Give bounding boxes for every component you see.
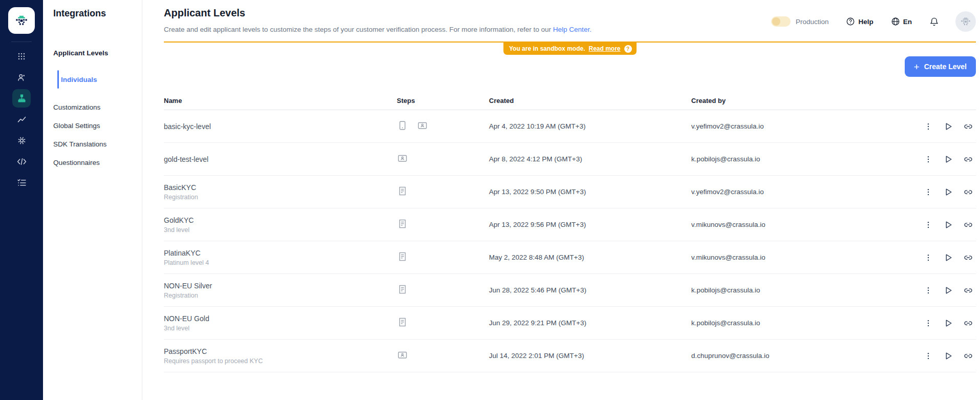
rail-users-icon[interactable] bbox=[12, 68, 31, 87]
level-subtitle: 3nd level bbox=[164, 325, 397, 332]
steps-cell bbox=[397, 284, 489, 297]
kebab-menu-icon[interactable] bbox=[922, 185, 935, 199]
created-by-cell: v.mikunovs@crassula.io bbox=[691, 254, 891, 261]
sidebar-item-sdk-translations[interactable]: SDK Translations bbox=[43, 135, 142, 153]
sidebar-item-global-settings[interactable]: Global Settings bbox=[43, 116, 142, 135]
copy-link-icon[interactable] bbox=[962, 284, 975, 297]
column-header-created-by: Created by bbox=[691, 97, 891, 104]
sidebar-item-individuals[interactable]: Individuals bbox=[43, 68, 142, 91]
copy-link-icon[interactable] bbox=[962, 251, 975, 264]
copy-link-icon[interactable] bbox=[962, 153, 975, 166]
copy-link-icon[interactable] bbox=[962, 317, 975, 330]
level-subtitle: Platinum level 4 bbox=[164, 259, 397, 266]
level-subtitle: Registration bbox=[164, 292, 397, 299]
run-level-icon[interactable] bbox=[942, 120, 955, 133]
level-name: BasicKYC bbox=[164, 183, 397, 192]
topbar: Production Help En bbox=[771, 11, 976, 32]
copy-link-icon[interactable] bbox=[962, 185, 975, 199]
level-name: basic-kyc-level bbox=[164, 122, 397, 131]
level-name-cell: GoldKYC 3nd level bbox=[164, 216, 397, 234]
level-subtitle: Requires passport to proceed KYC bbox=[164, 357, 397, 365]
page-description-text: Create and edit applicant levels to cust… bbox=[164, 26, 553, 33]
table-row: NON-EU Gold 3nd level Jun 29, 2022 9:21 … bbox=[164, 307, 976, 340]
questionnaire-icon bbox=[397, 284, 408, 297]
copy-link-icon[interactable] bbox=[962, 120, 975, 133]
created-cell: Apr 4, 2022 10:19 AM (GMT+3) bbox=[489, 122, 691, 130]
copy-link-icon[interactable] bbox=[962, 349, 975, 363]
level-name-cell: gold-test-level bbox=[164, 155, 397, 163]
run-level-icon[interactable] bbox=[942, 284, 955, 297]
help-label: Help bbox=[858, 18, 873, 26]
level-name: gold-test-level bbox=[164, 155, 397, 163]
sidebar-item-questionnaires[interactable]: Questionnaires bbox=[43, 153, 142, 172]
sidebar-nav-list: Applicant Levels Individuals Customizati… bbox=[43, 44, 142, 172]
toggle-knob bbox=[772, 17, 780, 26]
help-circle-icon[interactable]: ? bbox=[624, 45, 632, 53]
kebab-menu-icon[interactable] bbox=[922, 284, 935, 297]
create-level-label: Create Level bbox=[924, 62, 967, 71]
run-level-icon[interactable] bbox=[942, 153, 955, 166]
kebab-menu-icon[interactable] bbox=[922, 349, 935, 363]
row-actions bbox=[891, 284, 976, 297]
kebab-menu-icon[interactable] bbox=[922, 218, 935, 231]
table-row: gold-test-level Apr 8, 2022 4:12 PM (GMT… bbox=[164, 143, 976, 176]
read-more-link[interactable]: Read more bbox=[589, 45, 621, 52]
table-header-row: Name Steps Created Created by bbox=[164, 91, 976, 110]
steps-cell bbox=[397, 120, 489, 133]
run-level-icon[interactable] bbox=[942, 317, 955, 330]
brand-logo[interactable] bbox=[8, 7, 35, 34]
run-level-icon[interactable] bbox=[942, 251, 955, 264]
column-header-steps: Steps bbox=[397, 97, 489, 104]
integrations-sidebar: Integrations Applicant Levels Individual… bbox=[43, 0, 142, 400]
created-by-cell: v.yefimov2@crassula.io bbox=[691, 188, 891, 196]
rail-hierarchy-icon[interactable] bbox=[12, 89, 31, 108]
level-name-cell: NON-EU Gold 3nd level bbox=[164, 314, 397, 332]
steps-cell bbox=[397, 185, 489, 199]
rail-divider bbox=[11, 41, 32, 42]
rail-code-icon[interactable] bbox=[12, 152, 31, 171]
run-level-icon[interactable] bbox=[942, 218, 955, 231]
avatar[interactable] bbox=[955, 11, 976, 32]
questionnaire-icon bbox=[397, 185, 408, 199]
table-row: basic-kyc-level Apr 4, 2022 10:19 AM (GM… bbox=[164, 110, 976, 143]
steps-cell bbox=[397, 251, 489, 264]
main-content: Production Help En bbox=[142, 0, 980, 400]
robot-logo-icon bbox=[13, 12, 30, 29]
rail-apps-grid-icon[interactable] bbox=[12, 47, 31, 66]
created-cell: Apr 8, 2022 4:12 PM (GMT+3) bbox=[489, 155, 691, 163]
sidebar-item-customizations[interactable]: Customizations bbox=[43, 98, 142, 116]
rail-analytics-icon[interactable] bbox=[12, 110, 31, 129]
table-row: GoldKYC 3nd level Apr 13, 2022 9:56 PM (… bbox=[164, 208, 976, 241]
copy-link-icon[interactable] bbox=[962, 218, 975, 231]
level-name-cell: BasicKYC Registration bbox=[164, 183, 397, 201]
help-center-link[interactable]: Help Center. bbox=[553, 26, 591, 33]
rail-settings-gear-icon[interactable] bbox=[12, 131, 31, 150]
column-header-created: Created bbox=[489, 97, 691, 104]
row-actions bbox=[891, 120, 976, 133]
rail-checklist-icon[interactable] bbox=[12, 173, 31, 192]
created-cell: Apr 13, 2022 9:56 PM (GMT+3) bbox=[489, 221, 691, 228]
run-level-icon[interactable] bbox=[942, 185, 955, 199]
questionnaire-icon bbox=[397, 218, 408, 231]
created-cell: May 2, 2022 8:48 AM (GMT+3) bbox=[489, 254, 691, 261]
kebab-menu-icon[interactable] bbox=[922, 317, 935, 330]
table-row: PlatinaKYC Platinum level 4 May 2, 2022 … bbox=[164, 241, 976, 274]
help-circle-icon bbox=[846, 17, 855, 26]
kebab-menu-icon[interactable] bbox=[922, 251, 935, 264]
questionnaire-icon bbox=[397, 317, 408, 330]
create-level-button[interactable]: + Create Level bbox=[905, 56, 976, 77]
kebab-menu-icon[interactable] bbox=[922, 120, 935, 133]
icon-rail bbox=[0, 0, 43, 400]
sandbox-divider: You are in sandbox mode. Read more ? bbox=[164, 41, 976, 43]
run-level-icon[interactable] bbox=[942, 349, 955, 363]
kebab-menu-icon[interactable] bbox=[922, 153, 935, 166]
created-by-cell: d.chuprunov@crassula.io bbox=[691, 352, 891, 360]
sidebar-item-applicant-levels[interactable]: Applicant Levels bbox=[43, 44, 142, 62]
language-selector[interactable]: En bbox=[891, 17, 912, 26]
help-button[interactable]: Help bbox=[846, 17, 873, 26]
level-name: GoldKYC bbox=[164, 216, 397, 224]
notifications-button[interactable] bbox=[929, 17, 939, 27]
identity-document-icon bbox=[417, 120, 428, 133]
production-toggle[interactable] bbox=[771, 16, 791, 27]
created-by-cell: v.mikunovs@crassula.io bbox=[691, 221, 891, 228]
